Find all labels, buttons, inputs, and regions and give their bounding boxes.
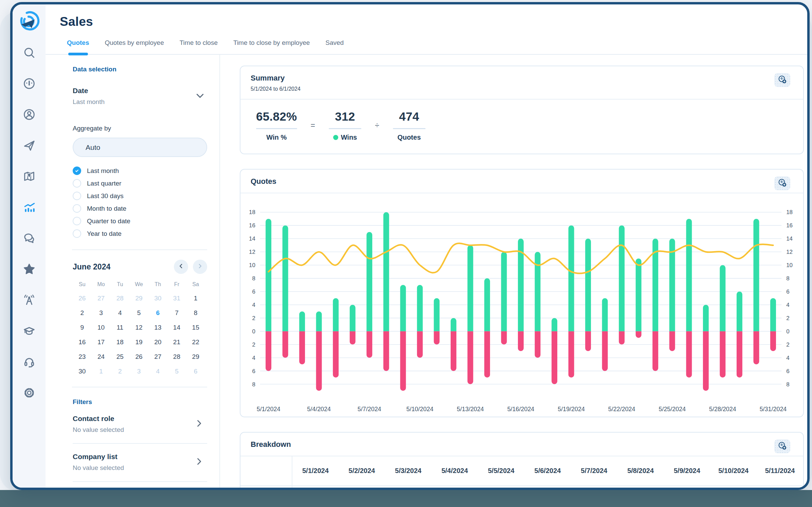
breakdown-cell: 11 xyxy=(339,486,385,490)
calendar-day[interactable]: 8 xyxy=(186,309,205,317)
sidebar-item-settings[interactable] xyxy=(22,386,37,401)
calendar-day[interactable]: 21 xyxy=(167,338,186,346)
sidebar-item-send[interactable] xyxy=(22,139,37,154)
range-option-month-to-date[interactable]: Month to date xyxy=(73,204,207,213)
calendar-day[interactable]: 26 xyxy=(129,353,148,361)
chevron-right-icon xyxy=(194,419,204,428)
quotes-add-to-dashboard-button[interactable] xyxy=(774,176,790,190)
calendar-day[interactable]: 2 xyxy=(73,309,92,317)
calendar-day[interactable]: 1 xyxy=(92,368,111,375)
calendar-day[interactable]: 3 xyxy=(129,368,148,375)
tab-saved[interactable]: Saved xyxy=(325,39,344,54)
app-logo[interactable] xyxy=(18,10,40,32)
calendar-day[interactable]: 3 xyxy=(92,309,111,317)
sidebar-item-search[interactable] xyxy=(22,46,37,61)
sidebar-item-star[interactable] xyxy=(22,262,37,277)
calendar-day[interactable]: 11 xyxy=(110,324,129,331)
sidebar-item-education[interactable] xyxy=(22,324,37,339)
tab-bar: QuotesQuotes by employeeTime to closeTim… xyxy=(46,29,807,55)
calendar-day[interactable]: 18 xyxy=(110,338,129,346)
tab-time-to-close-by-employee[interactable]: Time to close by employee xyxy=(233,39,310,54)
calendar-day[interactable]: 10 xyxy=(92,324,111,331)
calendar-day[interactable]: 9 xyxy=(73,324,92,331)
sidebar-item-speedometer[interactable] xyxy=(22,77,37,92)
calendar-day[interactable]: 31 xyxy=(167,295,186,302)
svg-text:4: 4 xyxy=(786,355,789,361)
breakdown-card: Breakdown 5/1/20245/2/20245/3/20245/4/20… xyxy=(240,432,804,490)
range-option-last-30-days[interactable]: Last 30 days xyxy=(73,192,207,200)
settings-icon xyxy=(22,386,36,401)
calendar-day[interactable]: 24 xyxy=(92,353,111,361)
range-option-quarter-to-date[interactable]: Quarter to date xyxy=(73,217,207,225)
calendar-day[interactable]: 6 xyxy=(186,368,205,375)
calendar-day[interactable]: 23 xyxy=(73,353,92,361)
sidebar-item-map[interactable] xyxy=(22,170,37,185)
sidebar-item-analytics[interactable] xyxy=(22,200,37,215)
calendar-day[interactable]: 26 xyxy=(73,295,92,302)
date-selector[interactable]: Date Last month xyxy=(73,87,207,106)
filter-product-type[interactable]: Product type No value selected xyxy=(73,482,207,490)
calendar-day[interactable]: 14 xyxy=(167,324,186,331)
calendar-day[interactable]: 5 xyxy=(167,368,186,375)
calendar-day-today[interactable]: 6 xyxy=(148,309,167,317)
svg-text:2: 2 xyxy=(252,315,255,321)
calendar-day[interactable]: 16 xyxy=(73,338,92,346)
range-option-last-quarter[interactable]: Last quarter xyxy=(73,179,207,188)
svg-text:6: 6 xyxy=(786,368,789,374)
operator: ÷ xyxy=(375,121,379,130)
breakdown-cell: 10 xyxy=(385,486,432,490)
calendar-day[interactable]: 29 xyxy=(129,295,148,302)
calendar-day[interactable]: 28 xyxy=(167,353,186,361)
range-option-year-to-date[interactable]: Year to date xyxy=(73,229,207,238)
calendar-day[interactable]: 28 xyxy=(110,295,129,302)
calendar-day[interactable]: 25 xyxy=(110,353,129,361)
svg-text:6: 6 xyxy=(252,368,255,374)
tab-quotes[interactable]: Quotes xyxy=(67,39,89,54)
summary-add-to-dashboard-button[interactable] xyxy=(774,73,790,87)
sidebar-item-support[interactable] xyxy=(22,355,37,370)
filter-contact-role[interactable]: Contact role No value selected xyxy=(73,406,207,444)
filter-company-list[interactable]: Company list No value selected xyxy=(73,444,207,482)
tab-time-to-close[interactable]: Time to close xyxy=(180,39,218,54)
aggregate-by-select[interactable]: Auto xyxy=(73,138,207,157)
calendar-day[interactable]: 29 xyxy=(186,353,205,361)
calendar-prev-button[interactable] xyxy=(174,260,188,274)
calendar-day[interactable]: 30 xyxy=(148,295,167,302)
date-label: Date xyxy=(73,87,207,95)
calendar-day[interactable]: 30 xyxy=(73,368,92,375)
tab-quotes-by-employee[interactable]: Quotes by employee xyxy=(105,39,164,54)
sidebar-item-account[interactable] xyxy=(22,108,37,123)
calendar-day[interactable]: 27 xyxy=(92,295,111,302)
breakdown-add-to-dashboard-button[interactable] xyxy=(774,439,790,453)
gauge-plus-icon xyxy=(778,75,787,86)
calendar-day[interactable]: 27 xyxy=(148,353,167,361)
calendar-day[interactable]: 12 xyxy=(129,324,148,331)
calendar-day[interactable]: 19 xyxy=(129,338,148,346)
app-window: Sales QuotesQuotes by employeeTime to cl… xyxy=(10,2,810,490)
calendar-day[interactable]: 17 xyxy=(92,338,111,346)
breakdown-cell: 11 xyxy=(571,486,617,490)
sidebar-item-broadcast[interactable] xyxy=(22,293,37,308)
calendar-day[interactable]: 13 xyxy=(148,324,167,331)
support-icon xyxy=(22,355,36,370)
main-area: Sales QuotesQuotes by employeeTime to cl… xyxy=(46,4,807,488)
account-icon xyxy=(22,108,36,123)
chevron-right-icon xyxy=(197,263,203,270)
summary-card: Summary 5/1/2024 to 6/1/2024 65.82% Win … xyxy=(240,66,804,154)
radio-unchecked-icon xyxy=(73,217,81,225)
calendar-day[interactable]: 1 xyxy=(186,295,205,302)
calendar-day[interactable]: 2 xyxy=(110,368,129,375)
calendar-day[interactable]: 4 xyxy=(110,309,129,317)
sidebar-item-chat[interactable] xyxy=(22,231,37,246)
calendar-day[interactable]: 15 xyxy=(186,324,205,331)
calendar-day[interactable]: 20 xyxy=(148,338,167,346)
calendar-day[interactable]: 22 xyxy=(186,338,205,346)
calendar-dow: We xyxy=(129,281,148,287)
calendar-day[interactable]: 5 xyxy=(129,309,148,317)
range-option-last-month[interactable]: Last month xyxy=(73,167,207,175)
calendar-day[interactable]: 4 xyxy=(148,368,167,375)
calendar-next-button[interactable] xyxy=(193,260,207,274)
calendar-day[interactable]: 7 xyxy=(167,309,186,317)
summary-metrics: 65.82% Win %=312 Wins÷474 Quotes xyxy=(240,100,803,154)
date-range-options: Last monthLast quarterLast 30 daysMonth … xyxy=(73,167,207,238)
